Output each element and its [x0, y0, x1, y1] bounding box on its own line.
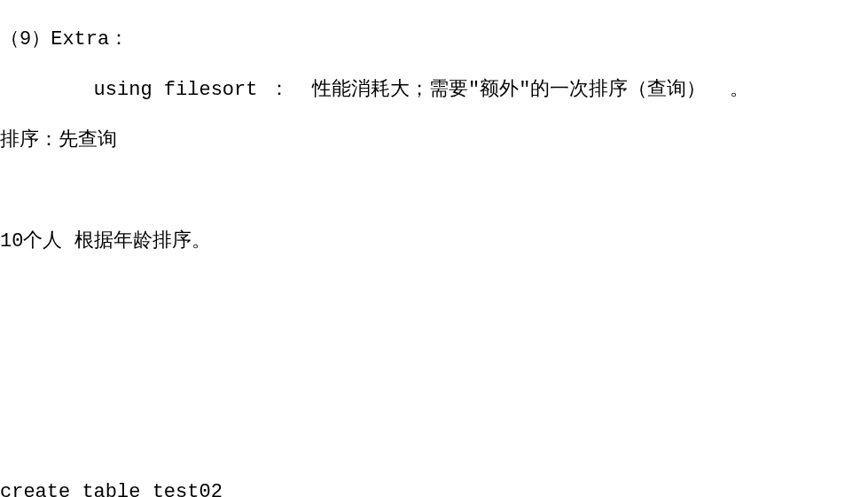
- description-text: 性能消耗大；需要"额外"的一次排序（查询） 。: [312, 79, 749, 101]
- text-line: （9）Extra：: [0, 27, 868, 53]
- blank-line: [0, 431, 868, 455]
- sql-create-table: create table test02: [0, 481, 223, 497]
- description-text: 排序：先查询: [0, 129, 117, 151]
- code-line: create table test02: [0, 480, 868, 497]
- description-text: 10个人 根据年龄排序。: [0, 230, 211, 252]
- text-line: 排序：先查询: [0, 128, 868, 154]
- code-document: （9）Extra： using filesort ： 性能消耗大；需要"额外"的…: [0, 0, 868, 497]
- blank-line: [0, 330, 868, 355]
- text-line: using filesort ： 性能消耗大；需要"额外"的一次排序（查询） 。: [0, 78, 868, 104]
- indent: using filesort ：: [0, 79, 312, 101]
- blank-line: [0, 380, 868, 405]
- blank-line: [0, 179, 868, 204]
- heading-section: （9）Extra：: [0, 28, 129, 50]
- text-line: 10个人 根据年龄排序。: [0, 229, 868, 255]
- blank-line: [0, 280, 868, 305]
